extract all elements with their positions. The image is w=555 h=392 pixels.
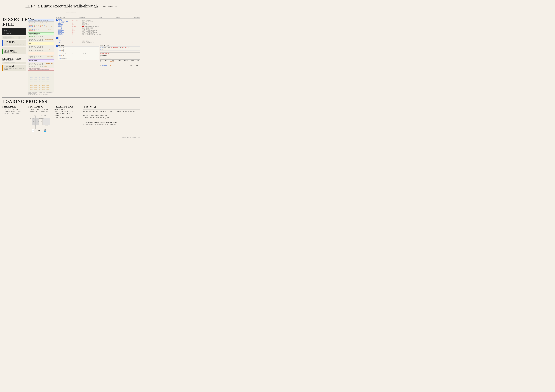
hex-code-bytes-1: 05 20 A0 E3 14 10 8F E2 01 00 A0 E3 b4 7… [29, 46, 45, 49]
elf-header-label: ELF HEADER IDENTIFY AS ARM FILE SPECIFY … [28, 19, 54, 21]
page-title-area: ELF101 a Linux executable walk-through A… [2, 2, 140, 15]
num-2: 2 [56, 37, 58, 43]
field-row-eshoff: e_shoff 0x60 SECTION HEADERS OFFSET [58, 28, 140, 29]
step1-title: HEADER [4, 105, 16, 108]
field-exp-ephentsize: SIZE OF A SINGLE PROGRAM HEADER [82, 30, 140, 31]
version-label: VERSION 10A [122, 137, 129, 138]
pfield-ptype: p_type 1 THE SEGMENT SHOULD BE LOADED IN… [58, 37, 140, 38]
field-exp-eentry: 3 ADDRESS WHERE EXECUTION STARTS [82, 26, 140, 27]
right-panel: HEXADECIMAL DUMP ASCII DUMP FIELDS VALUE… [56, 17, 140, 95]
field-name-eshnum: e_shnum [58, 33, 73, 34]
loading-step-1: 1 HEADER THE ELF HEADER IS PARSED THE PR… [2, 105, 26, 136]
hex-bytes-1: 7F 45 4C 46 01 01 01 00 00 00 00 00 00 0… [29, 22, 45, 25]
hex-ascii-3: ........4 ..(... [48, 28, 53, 30]
pfield-ppaddr: p_paddr 0x8000000 PHYSICAL ADDRESS WHERE… [58, 39, 140, 40]
field-row-eimag: EI_MAG 0x7f, "ELF" CONSTANT SIGNATURE [58, 20, 140, 21]
step3-item-3: - SYSCALL NUMBER IN THE R7 REGISTER [54, 113, 78, 117]
data-label: DATA INFORMATION USED BY THE CODE [28, 52, 54, 55]
field-name-eversion: e_version [58, 25, 73, 26]
hex-bg-2: 32 35 36 39 81 04 32 35 36 39 81 04 32 3… [2, 47, 26, 49]
mem-size-label: 0x8000090 [44, 125, 49, 126]
hex-bytes-2: 02 00 28 00 01 00 00 00 b4 00 00 08 34 0… [29, 25, 46, 27]
author-name: ANGE ALBERTINI [103, 6, 117, 7]
sht-hex-6: 04 00 00 00 00 00 00 00 11 00 00 00 01 0… [29, 81, 53, 84]
sht-sub: LINKING/CONNECTING PROGRAM PIECES TO INF… [29, 69, 53, 70]
sht-row-1: 1 .text 1 6 0x8000060 0x60 0x20 [100, 62, 140, 64]
hex-area-pht: 01 00 00 00 00 00 00 00 00 00 00 08 00 0… [28, 35, 54, 42]
elf-fields-table: e_ident EI_MAG 0x7f, "ELF" CONSTANT SIGN… [58, 19, 140, 35]
main-area: DISSECTED FILE ~$ uname -m armv7l ~$ ./s… [2, 17, 140, 95]
sht-flags-2: 2 [117, 64, 122, 65]
sht-row-3: 3 .shstrtab 3 0x90 0x19 [100, 65, 140, 66]
field-name-eshoff: e_shoff [58, 28, 73, 29]
secnames-text: SECTIONS' NAMES [29, 60, 37, 61]
mem-rect [43, 118, 50, 125]
sht-header-row: # NAME TYPE FLAGS ADDRESS OFFSET SIZE [100, 60, 140, 61]
step3-number: 3 [54, 106, 55, 108]
sht-type-1: 1 [110, 62, 117, 64]
memory-diagram: Offset Virtual Address p_offset=0x00 0x8… [29, 115, 51, 136]
version-date: 2013/12/06 [130, 137, 136, 138]
pfield-exp-poffset: OFFSET WHERE IT SHOULD BE READ [82, 38, 140, 39]
trivia-section: TRIVIA THE ELF WAS FIRST SPECIFIED BY U.… [80, 105, 140, 136]
hex-pht-2: 70 00 00 00 70 00 00 00 05 00 00 00 00 1… [29, 39, 53, 41]
hex-sn-ascii-2: .rodata. [44, 66, 47, 67]
field-exp-eshnum: COUNT OF SECTION HEADERS [82, 33, 140, 34]
field-name-ephentsize: e_phentsize [58, 30, 73, 31]
pfield-exp-pflags: READABLE AND EXECUTABLE [82, 42, 140, 43]
step1-heading: 1 HEADER [2, 105, 26, 108]
code-label: CODE EXECUTABLE INFORMATION [28, 42, 54, 45]
simple-arm-label: SIMPLE.ARM [2, 57, 26, 60]
field-row-eentry: e_entry 0x8000b4 3 ADDRESS WHERE EXECUTI… [58, 26, 140, 27]
field-row-ephnum: e_phnum 1 COUNT OF PROGRAM HEADERS [58, 31, 140, 32]
terminal-line-4: Hello World! [4, 33, 25, 35]
circle-1: 1 [56, 19, 58, 21]
pht-text: PROGRAM HEADER TABLE [29, 33, 40, 34]
field-name-eshentsize: e_shentsize [58, 32, 73, 33]
field-name-etype: e_type [58, 23, 73, 24]
field-exp-ephnum: COUNT OF PROGRAM HEADERS [82, 31, 140, 32]
pfield-name-ppaddr: p_paddr [58, 39, 73, 40]
hex-area-sht: 00 00 00 00 00 00 00 00 00 00 00 00 00 0… [28, 71, 54, 92]
pfield-exp-ptype: THE SEGMENT SHOULD BE LOADED IN MEMORY [82, 37, 140, 38]
sht-data-table: # NAME TYPE FLAGS ADDRESS OFFSET SIZE [100, 60, 140, 66]
sht-offset-0 [130, 61, 136, 63]
field-exp-eshentsize: SIZE OF A SINGLE SECTION HEADER [82, 32, 140, 33]
strings-value: 'Hello World\n', 8 [100, 53, 140, 54]
sht-name-2: .rodata [102, 64, 110, 65]
header-half-box: HEADER1/2 TECHNICAL DETAILS FOR IDENTIFI… [2, 40, 26, 46]
header1-subtitle: TECHNICAL DETAILS FOR IDENTIFICATION AND… [4, 44, 25, 46]
sht-col-addr: ADDRESS [122, 60, 130, 61]
equiv-c-title: EQUIVALENT C CODE [100, 45, 140, 46]
hex-sn-ascii-1: ..shstrtab..text [45, 63, 53, 65]
pfield-val-poffset: 0 [73, 38, 82, 39]
pfield-pvaddr: p_vaddr 0x8000000 VIRTUAL ADDRESS WHERE … [58, 39, 140, 39]
field-row-eiclass: EI_CLASS, EI_DATA 1, 2 32 BITS, LITTLE-E… [58, 21, 140, 22]
field-row-eshentsize: e_shentsize 0x28 SIZE OF A SINGLE SECTIO… [58, 32, 140, 33]
hex-data-ascii-1: Hello.World!. [47, 56, 53, 58]
pfield-name-pmemsz: p_memsz [58, 41, 73, 42]
pfield-val-ppaddr: 0x8000000 [73, 39, 82, 40]
dump-headers: HEXADECIMAL DUMP ASCII DUMP FIELDS VALUE… [56, 17, 140, 19]
trivia-item-5: - MICROCONTROLLERS FROM ATMEL, TEXAS INS… [83, 123, 140, 126]
field-row-eehsize: e_ehsize 0x34 ELF HEADER'S SIZE [58, 29, 140, 30]
hex-sn-bytes-1: 00 2E 73 68 73 74 72 74 61 62 00 2E 74 6… [29, 63, 45, 65]
simple-arm-label-area: SIMPLE.ARM SIMPLE.ARM FILE LAYOUT [2, 57, 26, 61]
sht-hex-3: 04 00 00 00 06 00 00 00 00 00 00 00 00 0… [29, 76, 53, 78]
pfield-exp-pmemsz: SIZE IN MEMORY [82, 41, 140, 42]
asm-right: EQUIVALENT C CODE write(STDOUT_FILENO, "… [100, 45, 140, 66]
field-exp-emachine: ARM PROCESSOR [82, 24, 140, 25]
secnames-label: SECTIONS' NAMES .shrtab .text .rodata [28, 59, 54, 62]
hex-data-1: 48 65 6C 6C 6F 20 57 6F 72 6C 64 21 0A H… [29, 56, 53, 58]
step1-number: 1 [2, 106, 3, 108]
section-names-section: SECTION NAMES "" .shstrtab .text .rodata [100, 55, 140, 57]
trivia-body: THE ELF WAS FIRST SPECIFIED BY U.S.L. AN… [83, 111, 140, 126]
step1-item-1: THE ELF HEADER IS PARSED [2, 109, 26, 111]
step3-heading: 3 EXECUTION [54, 105, 78, 108]
code-sub: EXECUTABLE INFORMATION [29, 44, 53, 45]
hex-sn-1: 00 2E 73 68 73 74 72 74 61 62 00 2E 74 6… [29, 63, 53, 65]
trivia-item-3: - PSP, PLAYSTATION 2-4, DREAMCAST, GAMEC… [83, 119, 140, 121]
sht-section: SECTION HEADER TABLE # NAME TYPE FLAGS A… [100, 58, 140, 66]
asm-line-2: add r1, pc, #20 [59, 49, 98, 50]
hex-code-ascii-2: ........p....... [45, 49, 53, 51]
